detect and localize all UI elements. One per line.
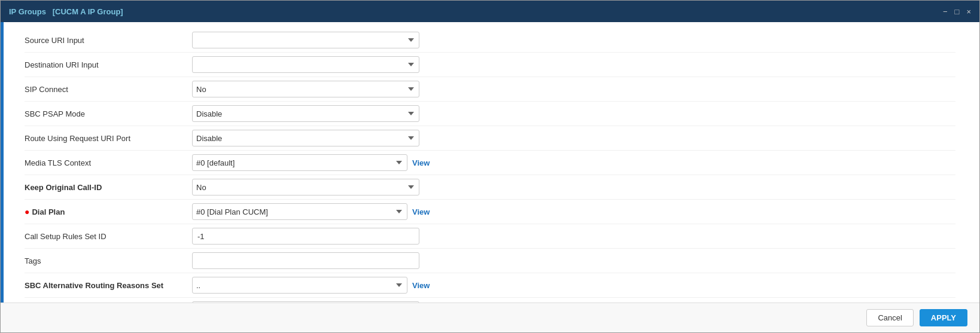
footer-bar: Cancel APPLY: [1, 303, 979, 332]
left-accent-bar: [1, 22, 4, 303]
form-row-media-tls-context: Media TLS Context #0 [default] View: [25, 151, 955, 175]
main-window: IP Groups [CUCM A IP Group] − □ × Source…: [0, 0, 980, 333]
select-destination-uri-input[interactable]: [192, 56, 419, 73]
control-route-using-request-uri-port: Disable Enable: [192, 130, 955, 146]
label-destination-uri-input: Destination URI Input: [25, 60, 192, 69]
titlebar: IP Groups [CUCM A IP Group] − □ ×: [1, 1, 979, 22]
form-row-sbc-psap-mode: SBC PSAP Mode Disable Enable: [25, 102, 955, 126]
control-source-uri-input: [192, 32, 955, 48]
content-area: Source URI Input Destination URI Input S…: [1, 22, 979, 303]
label-tags: Tags: [25, 256, 192, 265]
select-sip-connect[interactable]: No Yes: [192, 81, 419, 97]
view-link-sbc-alternative-routing-reasons-set[interactable]: View: [412, 281, 430, 290]
select-route-using-request-uri-port[interactable]: Disable Enable: [192, 130, 419, 146]
control-sbc-alternative-routing-reasons-set: .. View: [192, 277, 955, 294]
required-star-dial-plan: ●: [25, 207, 29, 216]
input-call-setup-rules-set-id[interactable]: [192, 228, 419, 245]
window-controls: − □ ×: [943, 7, 971, 16]
cancel-button[interactable]: Cancel: [866, 309, 913, 326]
form-row-teams-media-optimization-handling: Teams Media Optimization Handling None D…: [25, 298, 955, 303]
label-sip-connect: SIP Connect: [25, 85, 192, 94]
title-bracket: [CUCM A IP Group]: [53, 7, 123, 16]
control-media-tls-context: #0 [default] View: [192, 154, 955, 171]
select-source-uri-input[interactable]: [192, 32, 419, 48]
apply-button[interactable]: APPLY: [920, 309, 967, 326]
label-route-using-request-uri-port: Route Using Request URI Port: [25, 134, 192, 143]
maximize-button[interactable]: □: [955, 7, 960, 16]
view-link-media-tls-context[interactable]: View: [412, 158, 430, 167]
control-teams-media-optimization-handling: None DirectMedia Bypass: [192, 301, 955, 303]
control-sbc-psap-mode: Disable Enable: [192, 105, 955, 122]
form-row-keep-original-call-id: Keep Original Call-ID No Yes: [25, 175, 955, 200]
form-row-sbc-alternative-routing-reasons-set: SBC Alternative Routing Reasons Set .. V…: [25, 273, 955, 298]
label-sbc-psap-mode: SBC PSAP Mode: [25, 109, 192, 118]
control-destination-uri-input: [192, 56, 955, 73]
label-sbc-alternative-routing-reasons-set: SBC Alternative Routing Reasons Set: [25, 281, 192, 290]
control-tags: [192, 252, 955, 269]
label-call-setup-rules-set-id: Call Setup Rules Set ID: [25, 232, 192, 241]
form-row-dial-plan: ●Dial Plan #0 [Dial Plan CUCM] View: [25, 200, 955, 224]
select-dial-plan[interactable]: #0 [Dial Plan CUCM]: [192, 203, 407, 220]
form-row-destination-uri-input: Destination URI Input: [25, 53, 955, 77]
label-keep-original-call-id: Keep Original Call-ID: [25, 183, 192, 192]
input-tags[interactable]: [192, 252, 419, 269]
select-media-tls-context[interactable]: #0 [default]: [192, 154, 407, 171]
select-teams-media-optimization-handling[interactable]: None DirectMedia Bypass: [192, 301, 419, 303]
window-title: IP Groups [CUCM A IP Group]: [9, 7, 123, 16]
select-sbc-alternative-routing-reasons-set[interactable]: ..: [192, 277, 407, 294]
form-row-tags: Tags: [25, 249, 955, 273]
label-media-tls-context: Media TLS Context: [25, 158, 192, 167]
view-link-dial-plan[interactable]: View: [412, 207, 430, 216]
form-row-route-using-request-uri-port: Route Using Request URI Port Disable Ena…: [25, 126, 955, 151]
control-sip-connect: No Yes: [192, 81, 955, 97]
minimize-button[interactable]: −: [943, 7, 948, 16]
select-sbc-psap-mode[interactable]: Disable Enable: [192, 105, 419, 122]
form-row-call-setup-rules-set-id: Call Setup Rules Set ID: [25, 224, 955, 249]
label-dial-plan: ●Dial Plan: [25, 207, 192, 216]
title-prefix: IP Groups: [9, 7, 46, 16]
control-call-setup-rules-set-id: [192, 228, 955, 245]
close-button[interactable]: ×: [966, 7, 971, 16]
control-keep-original-call-id: No Yes: [192, 179, 955, 195]
form-row-sip-connect: SIP Connect No Yes: [25, 77, 955, 102]
form-row-source-uri-input: Source URI Input: [25, 28, 955, 53]
select-keep-original-call-id[interactable]: No Yes: [192, 179, 419, 195]
control-dial-plan: #0 [Dial Plan CUCM] View: [192, 203, 955, 220]
label-source-uri-input: Source URI Input: [25, 36, 192, 45]
